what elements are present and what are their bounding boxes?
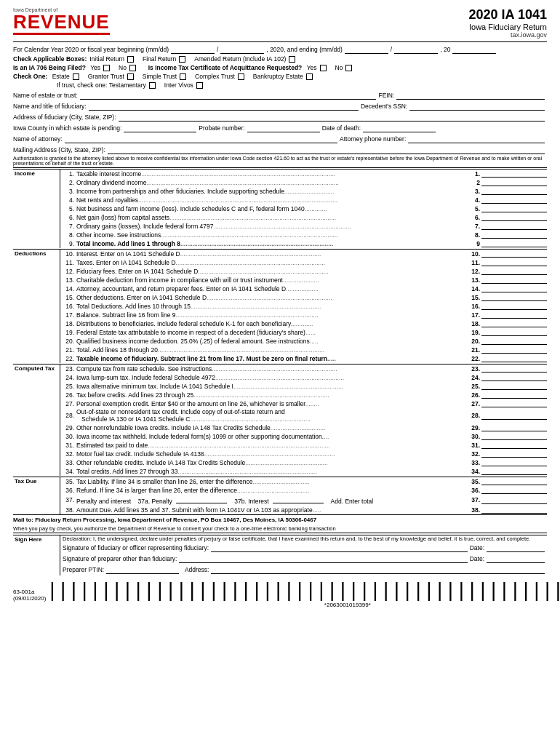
income-section: Income 1. Taxable interest income.......… [13,169,547,248]
37-add-label: Add. Enter total [331,498,374,505]
income-input-7[interactable] [481,222,547,230]
taxdue-input-36[interactable] [481,486,547,494]
deduction-line-22: 22. Taxable income of fiduciary. Subtrac… [63,354,547,362]
income-input-9[interactable] [481,239,547,247]
estate-box[interactable] [73,73,79,80]
taxdue-input-37[interactable] [481,496,547,504]
death-field[interactable] [363,124,436,132]
ded-input-14[interactable] [481,284,547,292]
fiscal-end-year[interactable] [394,45,438,54]
tax-input-33[interactable] [481,458,547,466]
testamentary-box[interactable] [149,82,156,89]
address-field[interactable] [119,113,545,121]
income-cert-yes[interactable]: Yes [307,64,328,71]
deduction-line-12: 12. Fiduciary fees. Enter on IA 1041 Sch… [63,267,547,275]
fein-field[interactable] [396,91,545,100]
decedent-ssn-field[interactable] [409,102,545,111]
income-input-6[interactable] [481,213,547,221]
tax-input-28[interactable] [481,412,547,420]
fiscal-start-year[interactable] [220,45,264,54]
complex-box[interactable] [238,73,244,80]
income-input-5[interactable] [481,204,547,212]
probate-field[interactable] [247,124,320,132]
income-input-8[interactable] [481,231,547,239]
sig-preparer-field[interactable] [179,554,467,563]
tax-input-32[interactable] [481,450,547,458]
mailing-field[interactable] [108,146,545,154]
income-cert-yes-box[interactable] [320,65,327,71]
ded-input-18[interactable] [481,319,547,327]
tax-line-34: 34. Total credits. Add lines 27 through … [63,467,547,475]
ded-input-12[interactable] [481,267,547,275]
grantor-box[interactable] [127,73,134,80]
ded-input-19[interactable] [481,328,547,336]
ded-input-16[interactable] [481,302,547,310]
testamentary-checkbox[interactable]: Testamentary [109,81,157,89]
ded-input-11[interactable] [481,258,547,266]
date2-field[interactable] [487,554,545,563]
estate-checkbox[interactable]: Estate [52,73,81,80]
ded-input-13[interactable] [481,276,547,284]
bankruptcy-checkbox[interactable]: Bankruptcy Estate [253,73,314,80]
income-input-4[interactable] [481,196,547,204]
tax-input-34[interactable] [481,467,547,475]
initial-return-box[interactable] [127,56,134,63]
tax-input-23[interactable] [481,364,547,372]
sig-fiduciary-field[interactable] [211,543,468,552]
county-field[interactable] [124,124,196,132]
income-input-3[interactable] [481,187,547,195]
date1-field[interactable] [487,543,545,552]
income-cert-no-box[interactable] [345,65,352,71]
ia706-no-box[interactable] [129,65,136,71]
fiscal-suffix-year[interactable] [452,45,496,54]
tax-input-24[interactable] [481,373,547,381]
ded-input-21[interactable] [481,346,547,354]
income-line-4: 4. Net rents and royalties..............… [63,196,547,204]
amended-return-checkbox[interactable]: Amended Return (Include IA 102) [194,55,297,63]
attorney-phone-field[interactable] [408,135,545,143]
tax-input-26[interactable] [481,391,547,399]
ded-input-20[interactable] [481,337,547,345]
simple-checkbox[interactable]: Simple Trust [143,73,188,80]
final-return-box[interactable] [179,56,185,63]
income-input-2[interactable] [481,178,547,186]
inter-vivos-box[interactable] [196,82,203,89]
bankruptcy-box[interactable] [306,73,313,80]
ia706-no[interactable]: No [119,64,137,71]
address-row: Address of fiduciary (City, State, ZIP): [13,113,547,121]
amended-return-box[interactable] [289,56,295,63]
ded-input-15[interactable] [481,293,547,301]
penalty-field[interactable] [176,495,227,503]
final-return-checkbox[interactable]: Final Return [143,55,187,63]
form-number: 2020 IA 1041 [469,7,547,23]
address-sign-field[interactable] [211,565,545,574]
page-header: Iowa Department of REVENUE 2020 IA 1041 … [13,7,547,39]
ded-input-17[interactable] [481,311,547,319]
estate-name-field[interactable] [80,91,377,100]
grantor-checkbox[interactable]: Grantor Trust [88,73,135,80]
complex-checkbox[interactable]: Complex Trust [195,73,246,80]
taxdue-input-38[interactable] [481,506,547,514]
fiscal-start-field[interactable] [171,45,215,54]
simple-box[interactable] [180,73,186,80]
tax-input-25[interactable] [481,382,547,390]
attorney-field[interactable] [65,135,337,143]
ia706-yes-box[interactable] [103,65,110,71]
tax-input-30[interactable] [481,432,547,440]
tax-input-31[interactable] [481,441,547,449]
income-cert-no[interactable]: No [335,64,354,71]
tax-input-29[interactable] [481,423,547,431]
initial-return-checkbox[interactable]: Initial Return [89,55,135,63]
fiduciary-name-field[interactable] [89,102,359,111]
tax-input-27[interactable] [481,399,547,407]
ia706-yes[interactable]: Yes [90,64,111,71]
ded-input-10[interactable] [481,250,547,258]
taxdue-input-35[interactable] [481,477,547,485]
bankruptcy-label: Bankruptcy Estate [253,73,303,80]
ptin-field[interactable] [106,565,179,574]
fiscal-end-field[interactable] [345,45,388,54]
interest-field[interactable] [273,495,324,503]
inter-vivos-checkbox[interactable]: Inter Vivos [164,81,204,89]
ded-input-22[interactable] [481,354,547,362]
income-input-1[interactable] [481,170,547,178]
